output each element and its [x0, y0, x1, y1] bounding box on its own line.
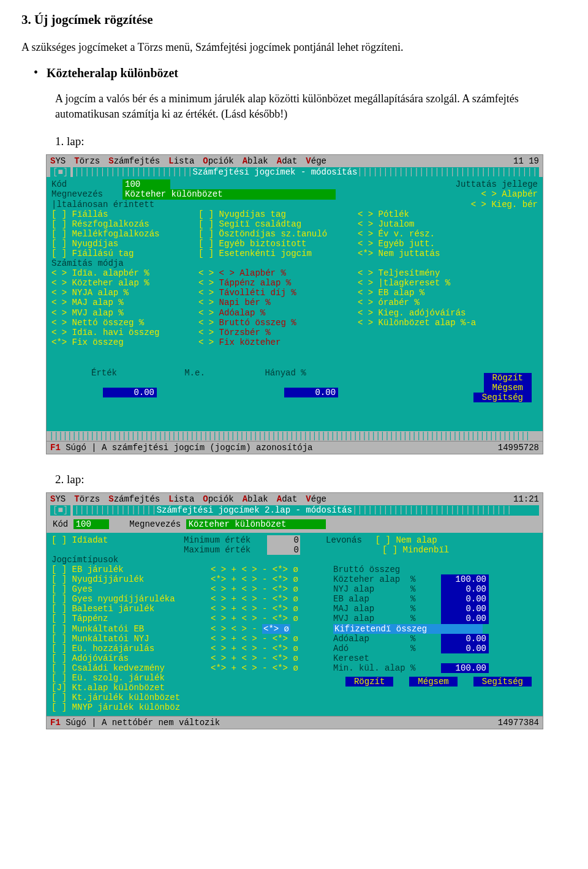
segitseg-button[interactable]: Segítség	[473, 677, 532, 687]
radio-item[interactable]: < > Különbözet alap %-a	[358, 318, 538, 328]
kod-field[interactable]: 100	[74, 519, 109, 529]
checkbox-item[interactable]: [ ] Mellékfoglalkozás	[51, 229, 198, 239]
menu-item[interactable]: Adat	[277, 156, 298, 166]
checkbox-item[interactable]: [ ] MNYP járulék különböz	[51, 702, 211, 712]
op-row[interactable]: < > + < > - <*> ø	[211, 594, 333, 604]
radio-item[interactable]: < > < > Alapbér %	[198, 268, 358, 278]
checkbox-item[interactable]: [ ] Gyes nyugdíjjáruléka	[51, 594, 211, 604]
value-field[interactable]: 0.00	[441, 604, 489, 614]
op-row[interactable]: < > + < > - <*> ø	[211, 604, 333, 614]
checkbox-item[interactable]: [ ] Eü. szolg. járulék	[51, 673, 211, 683]
menu-item[interactable]: Számfejtés	[108, 494, 160, 504]
value-field[interactable]: 0.00	[441, 614, 489, 623]
menu-item[interactable]: Törzs	[74, 494, 100, 504]
op-row[interactable]: < > + < > - <*> ø	[211, 653, 333, 663]
op-row[interactable]: < > < > - <*> ø	[211, 624, 333, 634]
checkbox-item[interactable]: [ ] Táppénz	[51, 614, 211, 623]
menu-item[interactable]: SYS	[50, 494, 66, 504]
checkbox-item[interactable]: [ ] Esetenkénti jogcím	[198, 249, 358, 258]
menu-item[interactable]: Törzs	[74, 156, 100, 166]
close-icon[interactable]: [■]	[50, 505, 70, 515]
op-row[interactable]: < > + < > - <*> ø	[211, 614, 333, 623]
close-icon[interactable]: [■]	[50, 167, 70, 177]
value-field[interactable]: 100.00	[441, 663, 489, 673]
menu-item[interactable]: Lista	[168, 494, 194, 504]
checkbox-item[interactable]: [ ] Segítï családtag	[198, 219, 358, 229]
radio-item[interactable]: < > Táppénz alap %	[198, 278, 358, 288]
checkbox-item[interactable]: [ ] Eü. hozzájárulás	[51, 644, 211, 653]
radio-item[interactable]: < > MAJ alap %	[51, 298, 198, 307]
checkbox-item[interactable]: [ ] Munkáltatói NYJ	[51, 634, 211, 644]
op-row[interactable]: < > + < > - <*> ø	[211, 644, 333, 653]
megsem-button[interactable]: Mégsem	[484, 383, 532, 393]
radio-item[interactable]: < > EB alap %	[358, 288, 538, 298]
radio-item[interactable]: < > órabér %	[358, 298, 538, 307]
segitseg-button[interactable]: Segítség	[473, 393, 532, 402]
radio-item[interactable]: < > Közteher alap %	[51, 278, 198, 288]
checkbox-item[interactable]: [ ] Baleseti járulék	[51, 604, 211, 614]
menu-item[interactable]: Vége	[306, 494, 326, 504]
checkbox-item[interactable]: [ ] Nyugdíjas	[51, 239, 198, 249]
juttatas-option[interactable]: < > Év v. rész.	[358, 229, 538, 239]
rogzit-button[interactable]: Rögzít	[345, 677, 393, 687]
op-row[interactable]: <*> + < > - <*> ø	[211, 574, 333, 584]
radio-item[interactable]: < > Idïa. havi összeg	[51, 328, 198, 337]
min-field[interactable]: 0	[267, 535, 300, 545]
radio-item[interactable]: < > Napi bér %	[198, 298, 358, 307]
menu-item[interactable]: Opciók	[203, 494, 233, 504]
juttatas-option[interactable]: <*> Nem juttatás	[358, 249, 538, 258]
juttatas-option[interactable]: < > Jutalom	[358, 219, 538, 229]
menu-item[interactable]: SYS	[50, 156, 66, 166]
kod-field[interactable]: 100	[123, 179, 170, 189]
checkbox-item[interactable]: [ ] Nyugdíjjárulék	[51, 574, 211, 584]
radio-item[interactable]: < > Teljesítmény	[358, 268, 538, 278]
menu-item[interactable]: Vége	[306, 156, 326, 166]
radio-item[interactable]: < > NYJA alap %	[51, 288, 198, 298]
rogzit-button[interactable]: Rögzít	[484, 373, 532, 383]
radio-item[interactable]: <*> Fix összeg	[51, 337, 198, 347]
max-field[interactable]: 0	[267, 545, 300, 555]
radio-item[interactable]: < > Távolléti díj %	[198, 288, 358, 298]
radio-item[interactable]: < > Kieg. adójóváírás	[358, 308, 538, 318]
checkbox-item[interactable]: [ ] Fïállású tag	[51, 249, 198, 258]
op-row[interactable]: < > + < > - <*> ø	[211, 634, 333, 644]
ertek-field[interactable]: 0.00	[103, 388, 157, 397]
menu-item[interactable]: Számfejtés	[108, 156, 160, 166]
radio-item[interactable]: < > Törzsbér %	[198, 328, 358, 337]
juttatas-option[interactable]: < > Egyéb jutt.	[358, 239, 538, 249]
megsem-button[interactable]: Mégsem	[409, 677, 457, 687]
menu-item[interactable]: Ablak	[243, 156, 268, 166]
value-field[interactable]: 0.00	[441, 634, 489, 644]
checkbox-item[interactable]: [ ] Mindenbïl	[382, 545, 449, 555]
juttatas-option[interactable]: < > Pótlék	[358, 209, 538, 219]
radio-item[interactable]: < > Idïa. alapbér %	[51, 268, 198, 278]
value-field[interactable]: 100.00	[441, 574, 489, 584]
checkbox-item[interactable]: [ ] Munkáltatói EB	[51, 624, 211, 634]
menu-item[interactable]: Opciók	[203, 156, 233, 166]
radio-item[interactable]: < > Nettó összeg %	[51, 318, 198, 328]
checkbox-item[interactable]: [ ] Kt.járulék különbözet	[51, 693, 211, 702]
megnevezes-field[interactable]: Közteher különbözet	[186, 519, 326, 529]
value-field[interactable]: 0.00	[441, 584, 489, 594]
checkbox-item[interactable]: [ ] Ösztöndíjas sz.tanuló	[198, 229, 358, 239]
juttatas-option[interactable]: < > Kieg. bér	[471, 200, 538, 209]
radio-item[interactable]: < > Adóalap %	[198, 308, 358, 318]
menu-item[interactable]: Adat	[277, 494, 298, 504]
checkbox-item[interactable]: [ ] Részfoglalkozás	[51, 219, 198, 229]
op-row[interactable]: < > + < > - <*> ø	[211, 565, 333, 574]
juttatas-option[interactable]: < > Alapbér	[481, 189, 538, 199]
checkbox-item[interactable]: [ ] Nyugdíjas tag	[198, 209, 358, 219]
menu-item[interactable]: Ablak	[243, 494, 268, 504]
checkbox-item[interactable]: [ ] Nem alap	[375, 535, 437, 545]
checkbox-item[interactable]: [ ] Adójóváírás	[51, 653, 211, 663]
radio-item[interactable]: < > |tlagkereset %	[358, 278, 538, 288]
radio-item[interactable]: < > Bruttó összeg %	[198, 318, 358, 328]
checkbox-item[interactable]: [ ] Fïállás	[51, 209, 198, 219]
op-row[interactable]: < > + < > - <*> ø	[211, 584, 333, 594]
value-field[interactable]: 0.00	[441, 594, 489, 604]
checkbox-item[interactable]: [ ] Családi kedvezmény	[51, 663, 211, 673]
checkbox-item[interactable]: [J] Kt.alap különbözet	[51, 683, 211, 693]
radio-item[interactable]: < > Fix közteher	[198, 337, 358, 347]
op-row[interactable]: <*> + < > - <*> ø	[211, 663, 333, 673]
value-field[interactable]: 0.00	[441, 644, 489, 653]
